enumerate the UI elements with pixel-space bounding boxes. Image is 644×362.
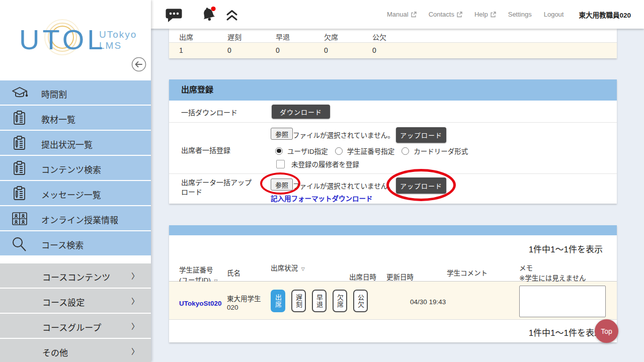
- col-memo-line1: メモ: [519, 264, 533, 272]
- col-attend-time: 出席日時: [349, 272, 376, 282]
- sidebar-collapse-button[interactable]: [130, 56, 147, 73]
- settings-link[interactable]: Settings: [508, 11, 532, 18]
- chevron-right-icon: 〉: [131, 270, 139, 281]
- sidebar-item-course-search[interactable]: コース検索: [0, 231, 151, 255]
- summary-value: 1: [179, 46, 183, 54]
- sidebar-item-others[interactable]: その他 〉: [0, 339, 151, 362]
- collapse-header-icon[interactable]: [225, 9, 238, 22]
- clipboard-icon: [11, 160, 29, 176]
- table-footer-row: 1件中1〜1件を表示: [169, 319, 617, 342]
- utol-logo: UTOL: [19, 23, 106, 56]
- sidebar-item-label: 提出状況一覧: [41, 138, 93, 150]
- help-label: Help: [474, 11, 488, 18]
- browse-file-button[interactable]: 参照: [271, 178, 293, 191]
- radio-user-id[interactable]: ユーザID指定: [275, 146, 328, 156]
- notifications-bell-icon[interactable]: [199, 5, 219, 25]
- external-link-icon: [411, 12, 417, 18]
- sidebar-item-course-contents[interactable]: コースコンテンツ 〉: [0, 263, 151, 288]
- summary-value: 0: [276, 46, 280, 54]
- logout-label: Logout: [544, 11, 564, 18]
- help-link[interactable]: Help: [474, 11, 496, 18]
- search-icon: [11, 236, 29, 252]
- col-update-time: 更新日時: [386, 272, 414, 282]
- status-button-excused-absence[interactable]: 公欠: [353, 290, 368, 312]
- clipboard-icon: [11, 135, 29, 151]
- manual-label: Manual: [387, 11, 409, 18]
- clipboard-icon: [11, 110, 29, 126]
- attendance-summary-table: 出席 遅刻 早退 欠席 公欠 1 0 0 0 0: [169, 29, 617, 58]
- sidebar-item-content-search[interactable]: コンテンツ検索: [0, 156, 151, 180]
- table-header-row: 1件中1〜1件を表示 学生証番号 (ユーザID) ▽ 氏名 出席状況 ▽ 出席日…: [169, 235, 617, 282]
- notification-dot: [211, 7, 215, 11]
- radio-label: ユーザID指定: [287, 146, 328, 156]
- sidebar-item-label: コースコンテンツ: [42, 270, 110, 283]
- status-button-absent[interactable]: 欠席: [333, 290, 347, 312]
- summary-header: 出席: [179, 32, 193, 42]
- messages-icon[interactable]: [165, 8, 183, 24]
- radio-card-reader-format[interactable]: カードリーダ形式: [401, 146, 468, 156]
- status-button-early-leave[interactable]: 早退: [312, 290, 327, 312]
- back-arrow-icon: [136, 62, 142, 67]
- sidebar-item-label: その他: [42, 346, 68, 358]
- col-status[interactable]: 出席状況 ▽: [271, 262, 305, 273]
- sidebar-item-label: コース検索: [41, 238, 84, 251]
- radio-student-card-number[interactable]: 学生証番号指定: [335, 146, 395, 156]
- radio-button-icon: [401, 147, 409, 155]
- student-id-link[interactable]: UTokyoSt020: [179, 300, 222, 307]
- status-button-late[interactable]: 遅刻: [291, 290, 306, 312]
- summary-value: 0: [324, 46, 328, 54]
- topnav: Manual Contacts Help Settings Logout 東大用…: [387, 0, 631, 29]
- external-link-icon: [490, 12, 496, 18]
- format-download-link[interactable]: 記入用フォーマットダウンロード: [271, 193, 373, 203]
- browse-file-button[interactable]: 参照: [271, 128, 293, 140]
- scroll-to-top-button[interactable]: Top: [595, 319, 618, 343]
- manual-link[interactable]: Manual: [387, 11, 417, 18]
- checkbox-label: 未登録の履修者を登録: [291, 159, 359, 169]
- sidebar-item-timetable[interactable]: 時間割: [0, 80, 151, 105]
- chevron-right-icon: 〉: [131, 321, 139, 331]
- sidebar: UTOL UTokyo LMS 時間割: [0, 0, 151, 362]
- radio-button-icon: [335, 147, 343, 155]
- attendance-table-panel: 1件中1〜1件を表示 学生証番号 (ユーザID) ▽ 氏名 出席状況 ▽ 出席日…: [169, 225, 617, 342]
- logout-link[interactable]: Logout: [544, 11, 564, 18]
- register-type-radio-group: ユーザID指定 学生証番号指定 カードリーダ形式: [275, 146, 468, 156]
- col-memo-line2: ※学生には見えません: [519, 275, 586, 282]
- table-top-bar: [169, 225, 617, 235]
- sidebar-item-label: コースグループ: [42, 321, 101, 333]
- sidebar-item-course-group[interactable]: コースグループ 〉: [0, 314, 151, 338]
- graduation-cap-icon: [11, 85, 29, 101]
- register-unregistered-checkbox[interactable]: 未登録の履修者を登録: [276, 159, 359, 169]
- sidebar-item-messages[interactable]: メッセージ一覧: [0, 181, 151, 205]
- radio-label: カードリーダ形式: [414, 146, 468, 156]
- sidebar-item-submission-status[interactable]: 提出状況一覧: [0, 131, 151, 155]
- contacts-link[interactable]: Contacts: [429, 11, 462, 18]
- summary-header: 早退: [276, 32, 290, 42]
- sidebar-item-course-settings[interactable]: コース設定 〉: [0, 289, 151, 313]
- sidebar-item-materials[interactable]: 教材一覧: [0, 106, 151, 130]
- col-status-label: 出席状況: [271, 264, 298, 272]
- upload-button[interactable]: アップロード: [396, 177, 446, 194]
- result-count-text: 1件中1〜1件を表示: [529, 242, 603, 255]
- radio-label: 学生証番号指定: [347, 146, 395, 156]
- sidebar-course-menu: コースコンテンツ 〉 コース設定 〉 コースグループ 〉 その他 〉: [0, 263, 151, 362]
- sidebar-item-online-class-info[interactable]: オンライン授業情報: [0, 206, 151, 230]
- summary-header-row: 出席 遅刻 早退 欠席 公欠: [169, 29, 617, 43]
- upload-button[interactable]: アップロード: [396, 127, 446, 143]
- no-file-selected-text: ファイルが選択されていません。: [293, 180, 394, 191]
- chevron-right-icon: 〉: [131, 346, 139, 356]
- sidebar-item-label: コース設定: [42, 296, 85, 308]
- download-button[interactable]: ダウンロード: [272, 105, 330, 119]
- student-name: 東大用学生020: [227, 295, 272, 312]
- table-row: UTokyoSt020 東大用学生020 出席 遅刻 早退 欠席 公欠 04/3…: [169, 282, 617, 319]
- sort-triangle-icon: ▽: [301, 266, 305, 272]
- sidebar-item-label: 時間割: [41, 87, 67, 100]
- sidebar-menu: 時間割 教材一覧 提出状況一覧: [0, 80, 151, 256]
- result-count-text: 1件中1〜1件を表示: [529, 326, 603, 338]
- status-button-present[interactable]: 出席: [271, 290, 285, 312]
- memo-textarea[interactable]: [519, 286, 606, 317]
- current-user-name: 東大用教職員020: [579, 10, 631, 20]
- settings-label: Settings: [508, 11, 532, 18]
- utol-lms-screen: Manual Contacts Help Settings Logout 東大用…: [0, 0, 644, 362]
- summary-header: 遅刻: [227, 32, 242, 42]
- summary-header: 公欠: [372, 32, 386, 42]
